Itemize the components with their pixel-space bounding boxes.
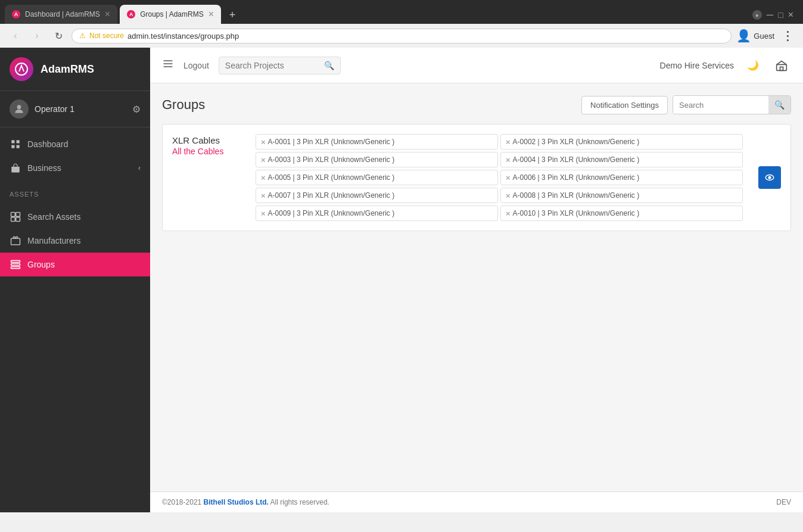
close-button[interactable]: × [788, 10, 793, 20]
browser-toolbar: ‹ › ↻ ⚠ Not secure admin.test/instances/… [0, 24, 803, 48]
asset-tag: ×A-0010 | 3 Pin XLR (Unknown/Generic ) [500, 206, 743, 221]
main-content: Logout 🔍 Demo Hire Services 🌙 Groups Not… [150, 48, 803, 512]
svg-rect-9 [16, 213, 20, 217]
footer-company-link[interactable]: Bithell Studios Ltd. [204, 498, 269, 506]
asset-tag-remove[interactable]: × [506, 156, 511, 164]
svg-rect-13 [11, 260, 20, 262]
minimize-button[interactable]: ─ [767, 10, 773, 20]
group-link[interactable]: All the Cables [172, 147, 223, 156]
page-header: Groups Notification Settings 🔍 [162, 95, 791, 114]
address-text: admin.test/instances/groups.php [127, 32, 724, 41]
browser-tabs: A Dashboard | AdamRMS × A Groups | AdamR… [0, 0, 803, 24]
asset-tag-label: A-0006 | 3 Pin XLR (Unknown/Generic ) [513, 173, 640, 182]
page-content: Groups Notification Settings 🔍 XLR Cable… [150, 83, 803, 491]
footer-dev-label: DEV [776, 498, 791, 506]
forward-button[interactable]: › [29, 27, 45, 44]
tab-2-favicon: A [127, 10, 135, 18]
page-actions: Notification Settings 🔍 [581, 95, 791, 114]
sidebar-user: Operator 1 ⚙ [0, 91, 150, 127]
svg-rect-14 [11, 264, 20, 266]
svg-rect-12 [11, 238, 20, 245]
asset-tag-label: A-0005 | 3 Pin XLR (Unknown/Generic ) [268, 173, 395, 182]
sidebar-item-dashboard[interactable]: Dashboard [0, 132, 150, 156]
account-icon: 👤 [736, 29, 751, 43]
svg-point-22 [768, 176, 771, 179]
asset-tag: ×A-0003 | 3 Pin XLR (Unknown/Generic ) [256, 152, 498, 167]
sidebar-logo [10, 57, 33, 81]
sidebar-navigation: Dashboard Business ‹ [0, 127, 150, 185]
address-bar[interactable]: ⚠ Not secure admin.test/instances/groups… [71, 29, 732, 43]
asset-tag-remove[interactable]: × [506, 192, 511, 200]
new-tab-button[interactable]: + [223, 6, 241, 24]
browser-extension-icon: ● [752, 10, 762, 20]
sidebar-item-manufacturers[interactable]: Manufacturers [0, 229, 150, 253]
browser-tab-2[interactable]: A Groups | AdamRMS × [120, 5, 221, 24]
asset-tag-remove[interactable]: × [506, 210, 511, 217]
sidebar-item-manufacturers-label: Manufacturers [27, 236, 80, 245]
logout-link[interactable]: Logout [183, 61, 209, 70]
asset-tag-remove[interactable]: × [261, 138, 266, 146]
groups-container: XLR CablesAll the Cables×A-0001 | 3 Pin … [162, 124, 791, 231]
asset-tag-remove[interactable]: × [261, 174, 266, 182]
asset-tag-remove[interactable]: × [261, 192, 266, 200]
group-card: XLR CablesAll the Cables×A-0001 | 3 Pin … [162, 124, 791, 231]
notification-settings-button[interactable]: Notification Settings [581, 96, 668, 114]
refresh-button[interactable]: ↻ [50, 27, 67, 44]
account-button[interactable]: 👤 Guest [736, 29, 774, 43]
sidebar-item-dashboard-label: Dashboard [27, 139, 69, 149]
page-search-input[interactable] [673, 97, 768, 114]
business-arrow-icon: ‹ [138, 164, 141, 172]
browser-tab-1[interactable]: A Dashboard | AdamRMS × [5, 5, 117, 24]
svg-rect-19 [777, 64, 787, 70]
asset-tag: ×A-0007 | 3 Pin XLR (Unknown/Generic ) [256, 188, 498, 203]
svg-rect-4 [11, 145, 14, 148]
account-label: Guest [754, 32, 774, 41]
tab-2-close[interactable]: × [208, 10, 214, 19]
asset-tag-remove[interactable]: × [506, 138, 511, 146]
svg-rect-2 [11, 140, 14, 143]
warehouse-icon[interactable] [772, 56, 791, 75]
dark-mode-toggle[interactable]: 🌙 [743, 56, 762, 75]
asset-tag-remove[interactable]: × [506, 174, 511, 182]
asset-tag: ×A-0002 | 3 Pin XLR (Unknown/Generic ) [500, 134, 743, 150]
asset-tag-label: A-0003 | 3 Pin XLR (Unknown/Generic ) [268, 155, 395, 164]
tab-1-favicon: A [12, 10, 20, 18]
manufacturers-icon [10, 235, 21, 247]
sidebar-item-search-assets[interactable]: Search Assets [0, 205, 150, 229]
sidebar-item-groups[interactable]: Groups [0, 253, 150, 276]
topbar-search[interactable]: 🔍 [219, 57, 341, 74]
asset-tag: ×A-0009 | 3 Pin XLR (Unknown/Generic ) [256, 206, 498, 221]
footer: ©2018-2021 Bithell Studios Ltd. All righ… [150, 491, 803, 512]
group-assets-scroll: ×A-0001 | 3 Pin XLR (Unknown/Generic )×A… [256, 134, 746, 221]
tab-1-close[interactable]: × [105, 10, 110, 19]
assets-navigation: Search Assets Manufacturers Groups [0, 200, 150, 281]
browser-more-button[interactable]: ⋮ [779, 27, 796, 44]
svg-rect-8 [11, 213, 15, 217]
settings-gear-icon[interactable]: ⚙ [132, 104, 141, 115]
groups-icon [10, 259, 21, 270]
svg-rect-7 [15, 169, 17, 170]
topbar-search-button[interactable]: 🔍 [324, 61, 334, 70]
page-search-button[interactable]: 🔍 [768, 96, 790, 114]
asset-tag-remove[interactable]: × [261, 210, 266, 217]
tab-1-label: Dashboard | AdamRMS [25, 10, 100, 18]
maximize-button[interactable]: □ [778, 10, 783, 20]
topbar-search-input[interactable] [225, 61, 320, 70]
asset-tag: ×A-0005 | 3 Pin XLR (Unknown/Generic ) [256, 170, 498, 185]
asset-tag-label: A-0007 | 3 Pin XLR (Unknown/Generic ) [268, 191, 395, 200]
browser-chrome: A Dashboard | AdamRMS × A Groups | AdamR… [0, 0, 803, 48]
topbar-menu-icon[interactable] [162, 58, 174, 73]
svg-rect-10 [11, 217, 15, 222]
app: AdamRMS Operator 1 ⚙ Dashboard Business [0, 48, 803, 512]
sidebar-item-business[interactable]: Business ‹ [0, 156, 150, 180]
sidebar: AdamRMS Operator 1 ⚙ Dashboard Business [0, 48, 150, 512]
asset-tag-label: A-0001 | 3 Pin XLR (Unknown/Generic ) [268, 138, 395, 146]
sidebar-item-search-assets-label: Search Assets [27, 212, 81, 222]
asset-tag-remove[interactable]: × [261, 156, 266, 164]
assets-section-label: ASSETS [0, 185, 150, 200]
group-view-button[interactable] [758, 166, 781, 189]
back-button[interactable]: ‹ [7, 27, 24, 44]
demo-hire-services-link[interactable]: Demo Hire Services [660, 61, 734, 70]
asset-tag: ×A-0001 | 3 Pin XLR (Unknown/Generic ) [256, 134, 498, 150]
svg-rect-5 [17, 145, 20, 148]
